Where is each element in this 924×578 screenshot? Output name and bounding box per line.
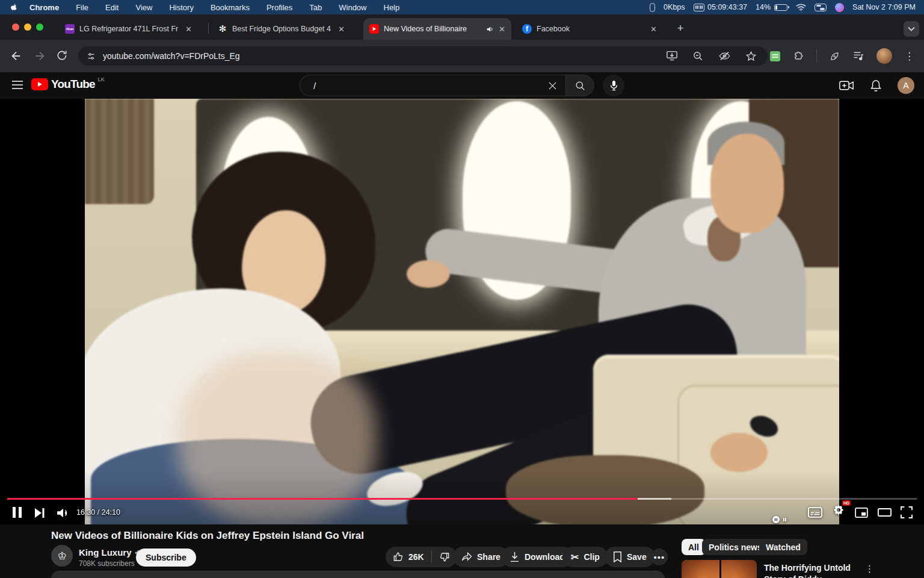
battery-icon[interactable] [774, 4, 787, 11]
uptime-counter[interactable]: 05:09:43:37 [707, 3, 747, 11]
new-tab-button[interactable]: + [673, 20, 688, 36]
tab-facebook[interactable]: f Facebook ✕ [516, 18, 663, 40]
related-video-thumbnail[interactable] [682, 560, 757, 578]
tab-best-fridge-chatgpt[interactable]: ✻ Best Fridge Options Budget 4 ✕ [212, 18, 359, 40]
forward-button[interactable] [33, 49, 46, 63]
tab-close-icon[interactable]: ✕ [650, 25, 657, 34]
miniplayer-button[interactable] [855, 508, 868, 518]
fullscreen-button[interactable] [901, 506, 913, 518]
next-button[interactable] [34, 508, 45, 518]
create-video-icon[interactable] [839, 80, 854, 91]
tab-audio-icon[interactable] [486, 25, 494, 33]
apple-icon[interactable] [10, 3, 17, 12]
more-actions-button[interactable]: ••• [651, 548, 668, 565]
menu-view[interactable]: View [135, 3, 152, 12]
menu-app-name[interactable]: Chrome [29, 3, 59, 12]
tab-close-icon[interactable]: ✕ [338, 25, 345, 34]
tab-close-icon[interactable]: ✕ [185, 25, 192, 34]
menu-window[interactable]: Window [339, 3, 366, 12]
window-close-button[interactable] [12, 23, 19, 31]
description-panel[interactable] [51, 571, 665, 578]
url-text[interactable]: youtube.com/watch?v=FDrPoLts_Eg [103, 51, 240, 61]
like-count[interactable]: 26K [408, 552, 424, 562]
back-button[interactable] [10, 49, 23, 63]
zoom-out-icon[interactable] [692, 51, 704, 62]
crown-icon: ♔ [57, 550, 66, 562]
chatgpt-favicon: ✻ [218, 24, 227, 34]
menu-history[interactable]: History [169, 3, 193, 12]
dislike-icon[interactable] [439, 552, 450, 562]
menu-tab[interactable]: Tab [309, 3, 322, 12]
battery-percent: 14% [756, 3, 771, 11]
youtube-logo[interactable]: YouTube LK [31, 78, 105, 90]
hamburger-menu-icon[interactable] [11, 80, 23, 90]
search-button[interactable] [565, 75, 594, 96]
youtube-search: / [300, 75, 594, 96]
download-label: Download [525, 552, 565, 562]
download-icon [510, 552, 520, 562]
uptime-tracker-icon [694, 4, 705, 11]
reload-button[interactable] [56, 49, 68, 61]
share-button[interactable]: Share [453, 547, 509, 567]
window-minimize-button[interactable] [24, 23, 31, 31]
video-frame[interactable] [85, 99, 839, 524]
theater-mode-button[interactable] [878, 508, 892, 517]
voice-search-button[interactable] [603, 75, 624, 96]
video-player[interactable]: 16:30 / 24:10 HD [0, 99, 924, 524]
profile-avatar[interactable] [876, 48, 892, 64]
tab-lg-refrigerator[interactable]: Aban LG Refrigerator 471L Frost Fr ✕ [59, 18, 206, 40]
video-still-jet-cabin [85, 99, 839, 524]
address-bar[interactable]: youtube.com/watch?v=FDrPoLts_Eg [78, 46, 768, 66]
search-input[interactable]: / [300, 75, 565, 96]
menu-file[interactable]: File [76, 3, 88, 12]
menu-bookmarks[interactable]: Bookmarks [211, 3, 250, 12]
chrome-menu-kebab-icon[interactable]: ⋮ [904, 50, 914, 63]
pause-button[interactable] [12, 506, 22, 518]
subscribe-button[interactable]: Subscribe [136, 548, 196, 567]
save-button[interactable]: Save [605, 547, 655, 567]
search-clear-icon[interactable] [548, 81, 565, 90]
network-speed[interactable]: 0Kbps [664, 3, 685, 11]
tab-search-chevron-button[interactable] [904, 21, 919, 37]
video-title: New Videos of Billionaire Kids on Jeffre… [51, 530, 364, 542]
media-controls-icon[interactable] [852, 51, 864, 61]
subtitles-button[interactable] [808, 507, 822, 518]
window-zoom-button[interactable] [36, 23, 43, 31]
volume-button[interactable] [57, 508, 70, 518]
tab-youtube-active[interactable]: New Videos of Billionaire ✕ [363, 18, 511, 40]
channel-avatar[interactable]: ♔ [51, 545, 73, 567]
like-icon[interactable] [393, 552, 404, 562]
clip-label: Clip [584, 552, 599, 562]
related-video-title[interactable]: The Horrifying Untold Story of Diddy [764, 562, 860, 578]
menu-clock[interactable]: Sat Nov 2 7:09 PM [852, 3, 916, 11]
youtube-account-avatar[interactable]: A [898, 77, 914, 94]
settings-button[interactable]: HD [833, 504, 845, 518]
menu-edit[interactable]: Edit [105, 3, 119, 12]
tab-close-icon[interactable]: ✕ [499, 25, 505, 34]
youtube-wordmark: YouTube [51, 78, 95, 90]
chip-watched[interactable]: Watched [759, 539, 807, 555]
channel-name[interactable]: King Luxury [79, 547, 132, 558]
siri-icon[interactable] [835, 3, 844, 12]
menu-profiles[interactable]: Profiles [266, 3, 292, 12]
adblock-extension-icon[interactable] [770, 51, 780, 61]
eye-off-icon[interactable] [718, 51, 731, 61]
notifications-bell-icon[interactable] [870, 79, 882, 92]
battery-saver-icon[interactable] [829, 51, 840, 62]
macos-menu-bar: Chrome File Edit View History Bookmarks … [0, 0, 924, 14]
mouse-status-icon[interactable] [650, 3, 655, 12]
cast-save-icon[interactable] [666, 51, 678, 61]
save-bookmark-icon [613, 552, 622, 562]
site-info-icon[interactable] [87, 52, 96, 61]
progress-played [7, 498, 638, 500]
wifi-icon[interactable] [796, 4, 806, 11]
bookmark-star-icon[interactable] [745, 51, 757, 62]
extensions-puzzle-icon[interactable] [792, 50, 804, 62]
menu-help[interactable]: Help [384, 3, 400, 12]
clip-button[interactable]: ✂ Clip [562, 547, 608, 567]
scissors-icon: ✂ [571, 552, 579, 563]
tab-title: Facebook [537, 25, 638, 33]
progress-bar[interactable] [7, 498, 917, 500]
control-center-icon[interactable] [815, 4, 827, 11]
related-video-menu-icon[interactable]: ⋮ [865, 564, 874, 574]
